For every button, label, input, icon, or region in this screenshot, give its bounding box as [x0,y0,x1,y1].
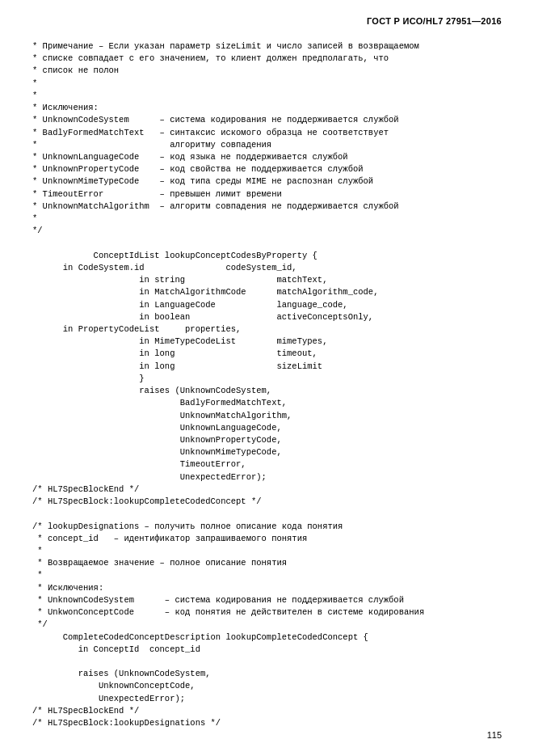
page-header: ГОСТ Р ИСО/HL7 27951—2016 [32,16,502,26]
page-number: 115 [487,730,502,740]
code-content: * Примечание – Если указан параметр size… [32,40,502,729]
document-title: ГОСТ Р ИСО/HL7 27951—2016 [367,16,502,26]
page: ГОСТ Р ИСО/HL7 27951—2016 * Примечание –… [0,0,534,756]
